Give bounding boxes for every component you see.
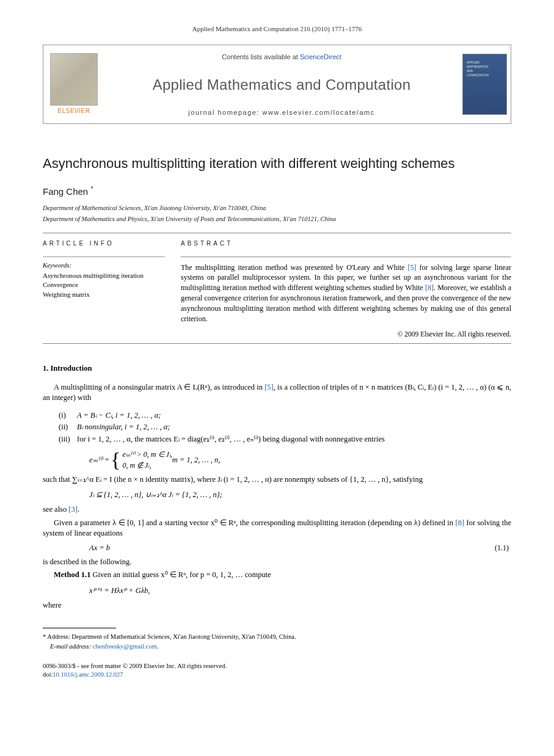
method-definition: Method 1.1 Given an initial guess x⁰ ∈ R… [43, 570, 511, 581]
enum-label: (ii) [59, 421, 77, 433]
publisher-logo: ELSEVIER [43, 45, 104, 123]
article-info-label: ARTICLE INFO [43, 239, 165, 248]
front-matter-line: 0096-3003/$ - see front matter © 2009 El… [43, 662, 511, 671]
contents-available: Contents lists available at ScienceDirec… [222, 53, 341, 62]
keywords-list: Asynchronous multisplitting iteration Co… [43, 271, 165, 300]
info-abstract-row: ARTICLE INFO Keywords: Asynchronous mult… [43, 239, 511, 340]
email-link[interactable]: chenfreesky@gmail.com [93, 643, 157, 650]
enumeration: (i) A = Bᵢ − Cᵢ, i = 1, 2, … , α; (ii) B… [59, 410, 511, 445]
article-title: Asynchronous multisplitting iteration wi… [43, 154, 511, 173]
keyword: Weighting matrix [43, 290, 165, 300]
affiliation-2: Department of Mathematics and Physics, X… [43, 215, 511, 224]
elsevier-tree-icon [50, 53, 98, 106]
journal-name: Applied Mathematics and Computation [153, 75, 411, 95]
cover-image-icon [462, 54, 507, 115]
body-paragraph: such that ∑ᵢ₌₁^α Eᵢ = I (the n × n ident… [43, 474, 511, 485]
body-paragraph: see also [3]. [43, 504, 511, 515]
equation-body: Ax = b [89, 543, 110, 553]
article-info-column: ARTICLE INFO Keywords: Asynchronous mult… [43, 239, 165, 340]
keyword: Asynchronous multisplitting iteration [43, 271, 165, 281]
abstract-copyright: © 2009 Elsevier Inc. All rights reserved… [181, 330, 511, 340]
sciencedirect-link[interactable]: ScienceDirect [300, 53, 341, 60]
affiliation-1: Department of Mathematical Sciences, Xi'… [43, 204, 511, 213]
contents-prefix: Contents lists available at [222, 53, 300, 60]
numbered-equation: Ax = b (1.1) [43, 543, 511, 553]
corresponding-author-footnote: * Address: Department of Mathematical Sc… [43, 632, 511, 650]
email-label: E-mail address: [50, 643, 93, 650]
enum-text: for i = 1, 2, … , α, the matrices Eᵢ = d… [77, 434, 385, 445]
math-display: Jᵢ ⊆ {1, 2, … , n}, ∪ᵢ₌₁^α Jᵢ = {1, 2, …… [89, 489, 511, 501]
enum-text: A = Bᵢ − Cᵢ, i = 1, 2, … , α; [77, 410, 161, 421]
divider [43, 343, 511, 344]
author-name: Fang Chen [43, 186, 88, 197]
enum-text: Bᵢ nonsingular, i = 1, 2, … , α; [77, 421, 170, 433]
abstract-column: ABSTRACT The multisplitting iteration me… [181, 239, 511, 340]
math-display: xᵖ⁺¹ = Hλxᵖ + Gλb, [89, 584, 511, 597]
enum-item: (iii) for i = 1, 2, … , α, the matrices … [59, 434, 511, 445]
citation-link[interactable]: [5] [264, 383, 274, 391]
math-display: eₘ⁽ⁱ⁾ = { eₘ⁽ⁱ⁾ > 0, m ∈ Jᵢ, 0, m ∉ Jᵢ, … [89, 449, 511, 471]
section-heading: 1. Introduction [43, 363, 511, 374]
citation-link[interactable]: [8] [425, 283, 434, 292]
cover-thumbnail [459, 45, 511, 123]
enum-item: (i) A = Bᵢ − Cᵢ, i = 1, 2, … , α; [59, 410, 511, 421]
doi-link[interactable]: 10.1016/j.amc.2009.12.027 [53, 671, 123, 678]
document-footer: 0096-3003/$ - see front matter © 2009 El… [43, 662, 511, 680]
abstract-text: The multisplitting iteration method was … [181, 263, 511, 324]
keyword: Convergence [43, 280, 165, 290]
footnote-separator [43, 628, 116, 628]
divider [181, 256, 511, 258]
citation-link[interactable]: [8] [456, 518, 465, 527]
abstract-label: ABSTRACT [181, 239, 511, 248]
body-paragraph: A multisplitting of a nonsingular matrix… [43, 382, 511, 404]
divider [43, 256, 165, 257]
journal-center: Contents lists available at ScienceDirec… [104, 45, 459, 123]
author-line: Fang Chen * [43, 185, 511, 198]
doi-label: doi: [43, 671, 53, 678]
enum-label: (i) [59, 410, 77, 421]
citation-link[interactable]: [5] [407, 263, 416, 272]
enum-item: (ii) Bᵢ nonsingular, i = 1, 2, … , α; [59, 421, 511, 433]
body-paragraph: Given a parameter λ ∈ [0, 1] and a start… [43, 518, 511, 539]
equation-number: (1.1) [495, 543, 509, 553]
journal-banner: ELSEVIER Contents lists available at Sci… [43, 45, 511, 124]
left-brace-icon: { [111, 451, 120, 468]
body-paragraph: where [43, 600, 511, 611]
running-header: Applied Mathematics and Computation 216 … [43, 24, 511, 34]
keywords-label: Keywords: [43, 261, 165, 270]
citation-link[interactable]: [3] [68, 505, 78, 514]
citation-text: Applied Mathematics and Computation 216 … [192, 25, 362, 32]
enum-label: (iii) [59, 434, 77, 445]
divider [43, 233, 511, 233]
author-marker: * [90, 186, 93, 192]
method-label: Method 1.1 [54, 570, 90, 579]
publisher-name: ELSEVIER [58, 107, 90, 115]
body-paragraph: is described in the following. [43, 557, 511, 568]
journal-homepage: journal homepage: www.elsevier.com/locat… [188, 108, 374, 117]
